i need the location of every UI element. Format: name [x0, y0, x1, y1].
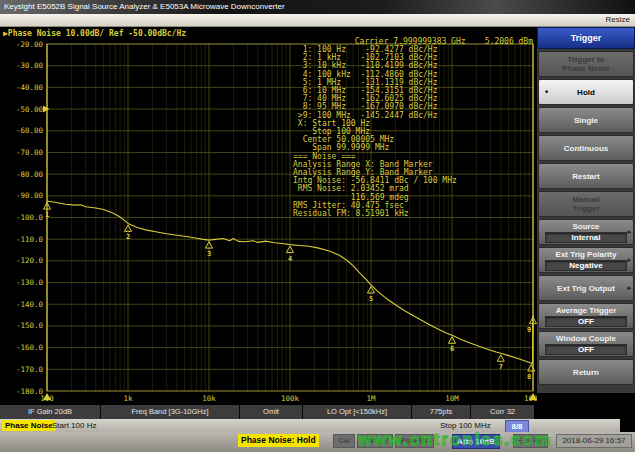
- softkey-average-trigger[interactable]: Average TriggerOFF: [538, 303, 634, 329]
- svg-text:-110.0: -110.0: [16, 235, 44, 244]
- instrument-screen: Keysight E5052B Signal Source Analyzer &…: [0, 0, 635, 452]
- softkey-ext-trig-polarity[interactable]: Ext Trig PolarityNegative▸: [538, 247, 634, 273]
- svg-text:1k: 1k: [123, 394, 133, 403]
- svg-text:1M: 1M: [366, 394, 376, 403]
- softkey-hold[interactable]: •Hold: [538, 79, 634, 105]
- svg-text:100k: 100k: [281, 394, 300, 403]
- svg-text:6: 6: [450, 345, 454, 353]
- svg-text:-50.00: -50.00: [16, 105, 44, 114]
- softkey-menu-title: Trigger: [537, 27, 635, 49]
- softkey-value: Negative: [545, 260, 627, 271]
- softkey-source[interactable]: SourceInternal▸: [538, 219, 634, 245]
- svg-text:-140.0: -140.0: [16, 300, 44, 309]
- softkey-window-couple[interactable]: Window CoupleOFF: [538, 331, 634, 357]
- softkey-restart[interactable]: Restart: [538, 163, 634, 189]
- status-field: Corr 32: [471, 405, 534, 419]
- hold-status-badge: Phase Noise: Hold: [238, 434, 319, 447]
- svg-text:-170.0: -170.0: [16, 365, 44, 374]
- status-field: Omit: [240, 405, 302, 419]
- softkey-value: OFF: [545, 316, 627, 327]
- window-title: Keysight E5052B Signal Source Analyzer &…: [4, 2, 285, 11]
- dim-status-badge: Cal: [333, 434, 355, 448]
- status-row-settings: IF Gain 20dBFreq Band [3G-10GHz]OmitLO O…: [0, 405, 534, 419]
- svg-text:-100.0: -100.0: [16, 213, 44, 222]
- submenu-arrow-icon: ▸: [627, 228, 631, 236]
- softkey-manual-trigger: ManualTrigger: [538, 191, 634, 217]
- softkey-menu: Trigger Trigger toPhase Noise•HoldSingle…: [537, 27, 635, 393]
- svg-text:2: 2: [126, 233, 130, 241]
- svg-text:-130.0: -130.0: [16, 278, 44, 287]
- softkey-continuous[interactable]: Continuous: [538, 135, 634, 161]
- watermark: www.cntronics.com: [358, 430, 635, 450]
- marker-table: 1: 100 Hz -92.4277 dBc/Hz 2: 1 kHz -102.…: [293, 46, 457, 218]
- softkey-single[interactable]: Single: [538, 107, 634, 133]
- svg-text:-80.00: -80.00: [16, 170, 44, 179]
- menu-items: Trigger toPhase Noise•HoldSingleContinuo…: [537, 49, 635, 393]
- resize-button[interactable]: Resize: [606, 14, 630, 26]
- svg-text:-30.00: -30.00: [16, 61, 44, 70]
- svg-text:3: 3: [207, 250, 211, 258]
- svg-text:-70.00: -70.00: [16, 148, 44, 157]
- svg-text:1: 1: [45, 211, 49, 219]
- analysis-readout-line: Residual FM: 8.51901 kHz: [293, 210, 457, 218]
- svg-text:9: 9: [527, 326, 531, 334]
- phase-noise-badge: Phase Noise: [2, 420, 56, 431]
- softkey-ext-trig-output[interactable]: Ext Trig Output▸: [538, 275, 634, 301]
- status-field: Freq Band [3G-10GHz]: [101, 405, 239, 419]
- svg-text:-160.0: -160.0: [16, 343, 44, 352]
- svg-text:-40.00: -40.00: [16, 83, 44, 92]
- trace-marker-icon: [528, 365, 535, 372]
- start-frequency-label: Start 100 Hz: [52, 420, 96, 431]
- softkey-trigger-to-phase-noise: Trigger toPhase Noise: [538, 51, 634, 77]
- svg-text:10M: 10M: [445, 394, 459, 403]
- svg-text:7: 7: [499, 363, 503, 371]
- svg-text:8: 8: [527, 373, 531, 381]
- status-field: 775pts: [412, 405, 470, 419]
- svg-text:4: 4: [288, 255, 292, 263]
- softkey-value: Internal: [545, 232, 627, 243]
- selected-bullet-icon: •: [545, 87, 548, 97]
- softkey-value: OFF: [545, 344, 627, 355]
- status-field: IF Gain 20dB: [0, 405, 100, 419]
- svg-text:-150.0: -150.0: [16, 321, 44, 330]
- window-title-bar: Keysight E5052B Signal Source Analyzer &…: [0, 0, 635, 14]
- ref-level-arrow-icon: [43, 106, 50, 113]
- svg-text:-60.00: -60.00: [16, 126, 44, 135]
- svg-text:-90.00: -90.00: [16, 191, 44, 200]
- svg-text:-20.00: -20.00: [16, 40, 44, 49]
- status-field: LO Opt [<150kHz]: [303, 405, 411, 419]
- menu-bar: Resize: [0, 14, 635, 27]
- svg-text:10k: 10k: [202, 394, 216, 403]
- softkey-return[interactable]: Return: [538, 359, 634, 385]
- svg-text:5: 5: [369, 295, 373, 303]
- submenu-arrow-icon: ▸: [627, 256, 631, 264]
- svg-text:-120.0: -120.0: [16, 256, 44, 265]
- submenu-arrow-icon: ▸: [627, 284, 631, 292]
